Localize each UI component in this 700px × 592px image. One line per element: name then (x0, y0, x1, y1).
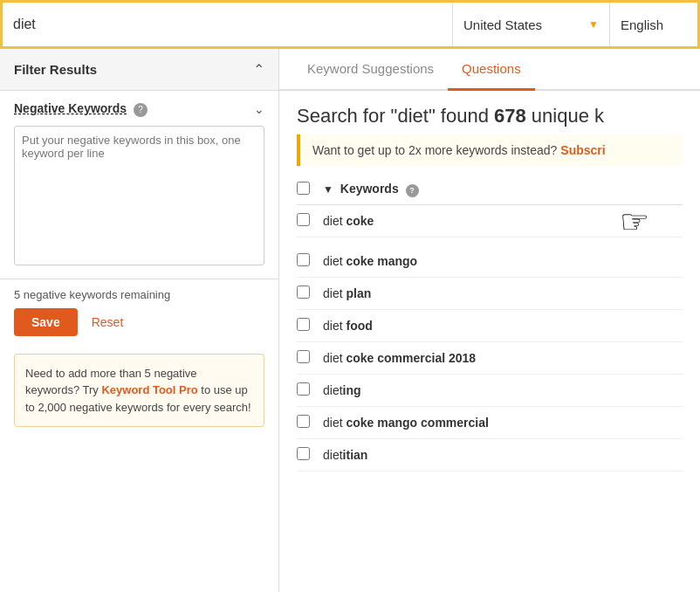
top-search-bar: United States United Kingdom Canada Aust… (0, 0, 700, 49)
keyword-text: dieting (323, 383, 683, 397)
keyword-row: diet coke commercial 2018 (297, 342, 683, 375)
keyword-text: diet coke (323, 214, 683, 228)
row-checkbox-col (297, 286, 323, 301)
row-checkbox-col (297, 318, 323, 334)
promo-box: Need to add more than 5 negative keyword… (14, 354, 264, 428)
subscribe-text: Want to get up to 2x more keywords inste… (312, 143, 560, 157)
keyword-text: diet plan (323, 286, 683, 300)
country-select-wrapper[interactable]: United States United Kingdom Canada Aust… (453, 3, 610, 46)
row-checkbox[interactable] (297, 415, 310, 428)
keywords-header-label: Keywords (340, 182, 399, 196)
row-checkbox[interactable] (297, 382, 310, 396)
filter-results-header: Filter Results ⌃ (0, 49, 278, 91)
keyword-text: diet coke commercial 2018 (323, 351, 683, 365)
keyword-row: diet coke mango commercial (297, 407, 683, 439)
subscribe-banner: Want to get up to 2x more keywords inste… (297, 134, 683, 166)
sort-arrow-icon: ▼ (323, 183, 333, 196)
row-checkbox[interactable] (297, 253, 310, 266)
action-buttons: Save Reset (0, 308, 278, 347)
negative-keywords-section: Negative Keywords ? ⌄ (0, 91, 278, 279)
results-header: Search for "diet" found 678 unique k (279, 91, 700, 134)
results-text-1: Search for "diet" found (297, 105, 494, 127)
neg-kw-header: Negative Keywords ? ⌄ (14, 101, 264, 117)
neg-kw-collapse-icon[interactable]: ⌄ (254, 102, 264, 116)
row-checkbox[interactable] (297, 286, 310, 299)
keyword-row: diet food (297, 310, 683, 342)
keyword-row: diet plan (297, 278, 683, 310)
remaining-keywords-text: 5 negative keywords remaining (14, 288, 264, 301)
neg-kw-title-row: Negative Keywords ? (14, 101, 148, 117)
results-text-2: unique k (526, 105, 604, 127)
keywords-header-help-icon[interactable]: ? (406, 184, 419, 197)
filter-results-title: Filter Results (14, 62, 97, 77)
keyword-column-header: ▼ Keywords ? (323, 182, 683, 197)
search-input-wrapper (3, 3, 453, 46)
row-checkbox[interactable] (297, 213, 310, 226)
keyword-row: diet coke mango (297, 237, 683, 278)
content-area: Keyword Suggestions Questions Search for… (279, 49, 700, 592)
keyword-row: dieting (297, 375, 683, 407)
row-checkbox-col (297, 382, 323, 398)
tabs-bar: Keyword Suggestions Questions (279, 49, 700, 91)
keyword-row: dietitian (297, 439, 683, 472)
keyword-text: dietitian (323, 448, 683, 462)
filter-collapse-icon[interactable]: ⌃ (253, 61, 264, 78)
keyword-text: diet coke mango commercial (323, 416, 683, 430)
search-input[interactable] (13, 17, 442, 32)
keyword-text: diet coke mango (323, 254, 683, 268)
row-checkbox-col (297, 253, 323, 269)
subscribe-link[interactable]: Subscri (560, 143, 605, 157)
reset-button[interactable]: Reset (92, 315, 124, 329)
results-count: 678 (494, 105, 526, 127)
row-checkbox[interactable] (297, 350, 310, 363)
sidebar: Filter Results ⌃ Negative Keywords ? ⌄ 5… (0, 49, 279, 592)
save-button[interactable]: Save (14, 308, 78, 336)
row-checkbox-col (297, 415, 323, 430)
tab-keyword-suggestions[interactable]: Keyword Suggestions (293, 49, 448, 91)
neg-kw-title: Negative Keywords (14, 101, 127, 115)
row-checkbox[interactable] (297, 318, 310, 331)
keyword-row: diet coke ☞ (297, 205, 683, 237)
select-all-checkbox[interactable] (297, 182, 310, 195)
keyword-text: diet food (323, 319, 683, 333)
language-select[interactable]: English Spanish French (621, 17, 669, 32)
country-select[interactable]: United States United Kingdom Canada Aust… (463, 17, 599, 32)
neg-kw-help-icon[interactable]: ? (134, 103, 148, 117)
tab-questions[interactable]: Questions (448, 49, 535, 91)
language-select-wrapper[interactable]: English Spanish French (610, 3, 697, 46)
keywords-table: ▼ Keywords ? diet coke ☞ (279, 175, 700, 592)
main-layout: Filter Results ⌃ Negative Keywords ? ⌄ 5… (0, 49, 700, 592)
neg-kw-textarea[interactable] (14, 126, 264, 265)
header-checkbox-col (297, 182, 323, 197)
row-checkbox[interactable] (297, 447, 310, 460)
row-checkbox-col (297, 213, 323, 229)
row-checkbox-col (297, 447, 323, 463)
promo-link[interactable]: Keyword Tool Pro (101, 383, 197, 396)
table-header-row: ▼ Keywords ? (297, 175, 683, 205)
row-checkbox-col (297, 350, 323, 366)
